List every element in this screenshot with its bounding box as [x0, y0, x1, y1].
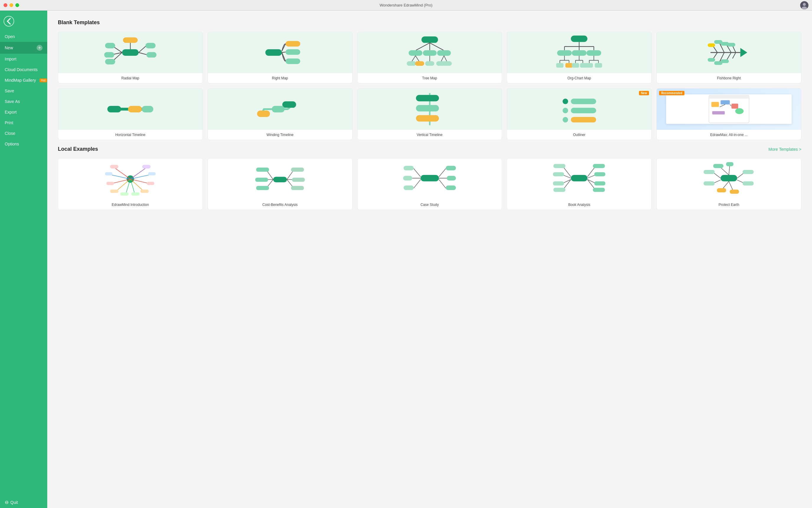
svg-rect-46 [557, 50, 572, 56]
back-button[interactable] [4, 16, 14, 27]
svg-line-72 [733, 46, 736, 52]
outliner-label: Outliner [507, 130, 651, 140]
svg-rect-11 [146, 43, 156, 48]
sidebar-item-new[interactable]: New + [0, 42, 47, 54]
window-controls[interactable] [4, 3, 19, 7]
svg-rect-143 [291, 186, 304, 190]
svg-rect-162 [593, 164, 605, 168]
example-protect-earth[interactable]: Protect Earth [656, 158, 801, 210]
sidebar-item-label: Cloud Documents [5, 67, 38, 72]
template-fishbone[interactable]: Fishbone Right [656, 32, 801, 83]
example-case-study[interactable]: Case Study [357, 158, 502, 210]
svg-rect-29 [437, 50, 451, 56]
svg-rect-40 [571, 35, 588, 42]
horizontal-timeline-thumb [58, 88, 202, 130]
svg-line-24 [416, 43, 430, 50]
svg-rect-66 [595, 63, 602, 68]
template-tree-map[interactable]: Tree Map [357, 32, 502, 83]
svg-rect-144 [421, 175, 439, 181]
edrawmax-preview [666, 94, 792, 124]
template-radial-map[interactable]: Radial Map [58, 32, 203, 83]
sidebar-item-cloud[interactable]: Cloud Documents [0, 64, 47, 75]
svg-point-99 [563, 117, 568, 122]
svg-rect-101 [709, 95, 749, 123]
svg-line-151 [414, 168, 421, 177]
svg-rect-185 [743, 170, 753, 174]
template-outliner[interactable]: New Outliner [507, 88, 652, 140]
template-winding-timeline[interactable]: Winding Timeline [207, 88, 353, 140]
quit-label: Quit [10, 500, 18, 505]
svg-rect-59 [572, 63, 579, 68]
example-edrawmind-intro[interactable]: EdrawMind Introduction [58, 158, 203, 210]
svg-rect-174 [721, 175, 737, 181]
app-title: Wondershare EdrawMind (Pro) [380, 3, 433, 7]
template-org-chart[interactable]: Org-Chart Map [507, 32, 652, 83]
edrawmax-badge: Recommended [659, 91, 685, 95]
book-analysis-label: Book Analysis [507, 200, 651, 210]
template-edrawmax[interactable]: Recommended [656, 88, 801, 140]
outliner-thumb: New [507, 88, 651, 130]
fishbone-thumb [657, 32, 801, 73]
cost-benefits-thumb [208, 159, 352, 200]
svg-rect-53 [556, 63, 564, 68]
template-horizontal-timeline[interactable]: Horizontal Timeline [58, 88, 203, 140]
svg-rect-15 [123, 38, 138, 43]
svg-rect-21 [285, 58, 300, 64]
user-avatar[interactable] [800, 1, 808, 9]
sidebar-item-print[interactable]: Print [0, 117, 47, 128]
sidebar-item-save[interactable]: Save [0, 86, 47, 96]
sidebar-item-label: Save [5, 88, 14, 93]
svg-rect-149 [447, 176, 456, 180]
svg-rect-121 [110, 165, 118, 168]
svg-rect-125 [120, 192, 128, 196]
sidebar-item-save-as[interactable]: Save As [0, 96, 47, 107]
svg-line-147 [439, 180, 446, 188]
sidebar-item-import[interactable]: Import [0, 54, 47, 64]
svg-line-145 [439, 168, 446, 177]
svg-point-95 [563, 98, 568, 104]
winding-timeline-thumb [208, 88, 352, 130]
close-window-btn[interactable] [4, 3, 7, 7]
svg-rect-107 [712, 111, 725, 115]
svg-rect-85 [108, 106, 121, 113]
svg-rect-188 [730, 190, 739, 194]
tree-map-label: Tree Map [357, 73, 502, 83]
sidebar-item-quit[interactable]: ⊖ Quit [0, 497, 47, 508]
minimize-window-btn[interactable] [9, 3, 13, 7]
svg-rect-130 [131, 192, 140, 196]
svg-rect-3 [122, 49, 139, 56]
svg-rect-122 [105, 172, 113, 175]
example-book-analysis[interactable]: Book Analysis [507, 158, 652, 210]
quit-icon: ⊖ [5, 500, 8, 505]
sidebar-item-options[interactable]: Options [0, 139, 47, 149]
winding-timeline-label: Winding Timeline [208, 130, 352, 140]
svg-rect-98 [571, 108, 596, 113]
sidebar-item-close[interactable]: Close [0, 128, 47, 139]
example-cost-benefits[interactable]: Cost-Benefits Analysis [207, 158, 353, 210]
main-content: Blank Templates [47, 11, 812, 508]
template-vertical-timeline[interactable]: Vertical Timeline [357, 88, 502, 140]
edrawmind-intro-thumb [58, 159, 202, 200]
sidebar-item-open[interactable]: Open [0, 31, 47, 42]
svg-rect-93 [416, 105, 439, 112]
radial-map-thumb [58, 32, 202, 73]
svg-rect-48 [587, 50, 602, 56]
radial-map-label: Radial Map [58, 73, 202, 83]
sidebar-item-export[interactable]: Export [0, 107, 47, 117]
maximize-window-btn[interactable] [15, 3, 19, 7]
svg-rect-165 [593, 188, 605, 192]
svg-line-153 [414, 180, 421, 188]
vertical-timeline-label: Vertical Timeline [357, 130, 502, 140]
right-map-label: Right Map [208, 73, 352, 83]
svg-rect-90 [272, 106, 285, 113]
more-templates-link[interactable]: More Templates > [769, 147, 801, 152]
template-right-map[interactable]: Right Map [207, 32, 353, 83]
new-plus-icon[interactable]: + [37, 45, 42, 51]
sidebar-item-label: Export [5, 110, 16, 115]
svg-rect-155 [403, 176, 412, 180]
sidebar-item-gallery[interactable]: MindMap Gallery Hot [0, 75, 47, 86]
book-analysis-thumb [507, 159, 651, 200]
svg-line-12 [139, 52, 147, 55]
svg-rect-189 [704, 170, 714, 174]
svg-rect-17 [285, 41, 300, 47]
